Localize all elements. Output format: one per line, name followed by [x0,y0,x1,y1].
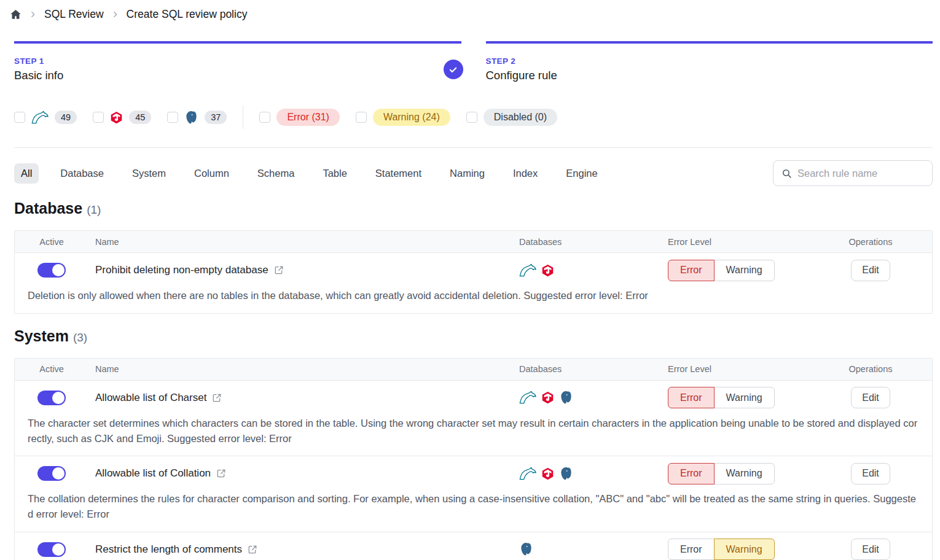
table-row: Prohibit deleting non-empty database Err… [15,253,932,287]
tab-index[interactable]: Index [506,163,544,184]
rule-block: Prohibit deleting non-empty database Err… [15,253,932,313]
edit-button[interactable]: Edit [851,260,890,281]
section-title: System(3) [14,327,933,345]
home-icon[interactable] [10,9,22,20]
column-header-databases: Databases [517,364,659,374]
step-2: STEP 2Configure rule [486,41,933,82]
engine-mysql-icon [31,111,49,125]
column-header-name: Name [88,237,517,247]
engine-mysql-icon [519,467,536,481]
level-pill-error: Error (31) [276,109,339,126]
rule-databases [517,391,659,405]
rule-sections: Database(1) Active Name Databases Error … [14,200,933,560]
filter-bar: 494537Error (31)Warning (24)Disabled (0) [14,106,933,148]
checkbox[interactable] [466,112,477,123]
breadcrumb-item[interactable]: SQL Review [44,8,104,21]
rule-name: Prohibit deleting non-empty database [95,264,268,276]
breadcrumb-item[interactable]: Create SQL review policy [127,8,248,21]
rule-active-toggle[interactable] [37,542,66,557]
rule-name: Allowable list of Charset [95,392,206,404]
external-link-icon[interactable] [274,265,284,275]
level-filter-warning[interactable]: Warning (24) [356,109,450,126]
rule-databases [517,467,659,481]
engine-tidb-icon [541,264,554,277]
error-level-error-button[interactable]: Error [668,539,715,560]
table-header-row: Active Name Databases Error Level Operat… [15,359,932,381]
step-label: STEP 2 [486,56,933,66]
error-level-error-button[interactable]: Error [668,260,715,281]
error-level-error-button[interactable]: Error [668,463,715,484]
engine-tidb-icon [110,111,123,124]
error-level-error-button[interactable]: Error [668,387,715,408]
level-pill-disabled: Disabled (0) [484,109,557,126]
rule-description: The collation determines the rules for c… [15,491,932,532]
level-filter-disabled[interactable]: Disabled (0) [466,109,557,126]
breadcrumb: SQL ReviewCreate SQL review policy [10,8,933,21]
engine-filter-mysql[interactable]: 49 [14,111,77,125]
rule-name: Allowable list of Collation [95,467,211,480]
engine-count-badge: 45 [129,111,151,124]
rule-active-toggle[interactable] [37,466,66,481]
external-link-icon[interactable] [212,393,222,403]
rule-active-toggle[interactable] [37,263,66,278]
rule-section: Database(1) Active Name Databases Error … [14,200,933,314]
steps-row: STEP 1Basic infoSTEP 2Configure rule [14,41,933,82]
search-input[interactable] [797,168,933,179]
edit-button[interactable]: Edit [851,387,890,408]
rule-block: Allowable list of Charset Error Warning … [15,381,932,456]
column-header-active: Active [15,237,88,247]
engine-mysql-icon [519,391,536,405]
error-level-warning-button[interactable]: Warning [714,260,775,281]
engine-count-badge: 37 [205,111,227,124]
column-header-databases: Databases [517,237,659,247]
checkbox[interactable] [259,112,270,123]
tab-naming[interactable]: Naming [443,163,492,184]
column-header-operations: Operations [809,237,932,247]
engine-tidb-icon [541,391,554,404]
tab-table[interactable]: Table [316,163,353,184]
step-label: STEP 1 [14,56,461,66]
error-level-segmented: Error Warning [668,387,775,408]
level-filter-error[interactable]: Error (31) [259,109,339,126]
rule-description: Deletion is only allowed when there are … [15,287,932,313]
checkbox[interactable] [14,112,25,123]
rule-active-toggle[interactable] [37,391,66,405]
step-1: STEP 1Basic info [14,41,461,82]
edit-button[interactable]: Edit [851,539,890,560]
engine-filter-postgres[interactable]: 37 [167,111,227,125]
tab-database[interactable]: Database [53,163,111,184]
level-pill-warning: Warning (24) [373,109,450,126]
error-level-warning-button[interactable]: Warning [714,539,775,560]
tab-system[interactable]: System [125,163,173,184]
rule-databases [517,263,659,278]
rule-block: Restrict the length of comments Error Wa… [15,532,932,560]
tab-statement[interactable]: Statement [369,163,428,184]
checkbox[interactable] [167,112,178,123]
checkbox[interactable] [356,112,367,123]
rule-name: Restrict the length of comments [95,543,242,556]
column-header-error-level: Error Level [659,364,809,374]
engine-count-badge: 49 [55,111,77,124]
error-level-warning-button[interactable]: Warning [714,463,775,484]
rule-databases [517,542,659,556]
rule-table: Active Name Databases Error Level Operat… [14,230,933,314]
engine-filter-tidb[interactable]: 45 [93,111,151,124]
external-link-icon[interactable] [248,545,257,554]
engine-postgres-icon [184,111,198,125]
error-level-segmented: Error Warning [668,260,775,281]
error-level-warning-button[interactable]: Warning [714,387,775,408]
tab-column[interactable]: Column [187,163,236,184]
filter-divider [243,106,243,129]
error-level-segmented: Error Warning [668,539,775,560]
table-row: Allowable list of Collation Error Warnin… [15,456,932,491]
search-input-wrapper[interactable] [773,160,933,186]
tab-all[interactable]: All [14,163,39,184]
edit-button[interactable]: Edit [851,463,890,484]
table-row: Restrict the length of comments Error Wa… [15,532,932,560]
checkbox[interactable] [93,112,104,123]
tab-schema[interactable]: Schema [251,163,302,184]
error-level-segmented: Error Warning [668,463,775,484]
tab-engine[interactable]: Engine [559,163,604,184]
rule-block: Allowable list of Collation Error Warnin… [15,456,932,532]
external-link-icon[interactable] [216,469,226,478]
